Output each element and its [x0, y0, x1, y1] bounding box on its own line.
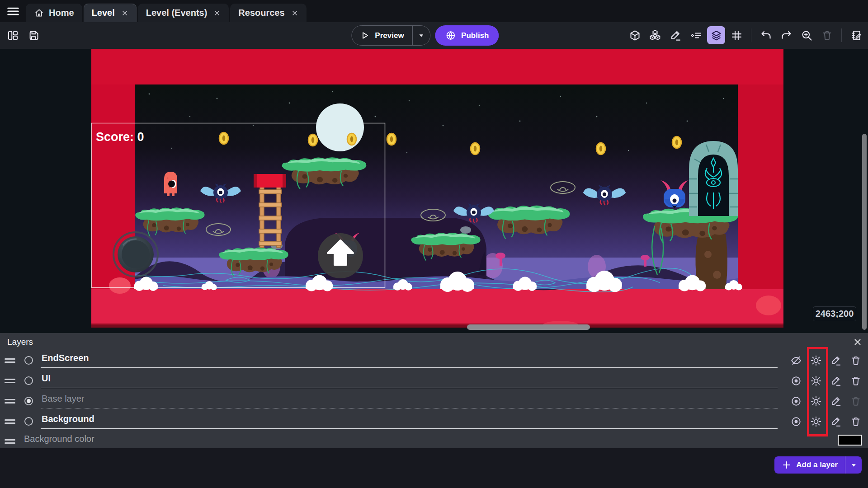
layers-panel: Layers EndScreen UI [0, 333, 868, 448]
panels-icon[interactable] [4, 26, 22, 44]
close-tab-icon[interactable] [291, 9, 298, 17]
globe-icon [445, 30, 456, 41]
tab-level-events[interactable]: Level (Events) [138, 4, 229, 22]
rock[interactable] [460, 226, 471, 234]
preview-options-caret[interactable] [413, 26, 430, 45]
lighting-sun-icon[interactable] [810, 355, 822, 366]
scene-canvas[interactable]: Score: 0 2463;200 [0, 49, 868, 333]
lighting-sun-icon[interactable] [810, 375, 822, 387]
publish-button[interactable]: Publish [435, 25, 499, 46]
tab-home-label: Home [49, 8, 74, 18]
visibility-on-icon[interactable] [790, 395, 802, 407]
main-menu-icon[interactable] [5, 5, 21, 18]
tab-bar: Home Level Level (Events) Resources [0, 0, 868, 22]
coin[interactable] [219, 132, 228, 144]
layers-icon[interactable] [707, 26, 725, 44]
scene-render[interactable]: Score: 0 [0, 49, 868, 333]
visibility-off-icon[interactable] [790, 355, 802, 366]
coin[interactable] [347, 133, 356, 145]
edit-pencil-icon[interactable] [830, 416, 842, 427]
zoom-in-icon[interactable] [797, 26, 816, 44]
layers-panel-title: Layers [7, 337, 33, 347]
edit-objects-icon[interactable] [666, 26, 684, 44]
undo-icon[interactable] [757, 26, 775, 44]
layer-name-field[interactable]: Base layer [41, 394, 778, 408]
layer-name-field[interactable]: Background [41, 414, 778, 429]
coin[interactable] [387, 133, 396, 145]
objects-icon[interactable] [646, 26, 664, 44]
coin[interactable] [471, 143, 480, 155]
tab-level[interactable]: Level [84, 4, 137, 22]
add-layer-label: Add a layer [796, 460, 838, 469]
3d-box-icon[interactable] [626, 26, 644, 44]
preview-label: Preview [375, 31, 404, 40]
grid-icon[interactable] [727, 26, 745, 44]
tab-resources[interactable]: Resources [230, 4, 306, 22]
layer-row-ui: UI [0, 371, 868, 391]
instances-list-icon[interactable] [687, 26, 705, 44]
coin[interactable] [672, 136, 681, 148]
tab-level-label: Level [92, 8, 115, 18]
divider [841, 28, 842, 42]
lighting-sun-icon[interactable] [810, 395, 822, 407]
background-color-swatch[interactable] [838, 435, 862, 446]
layer-radio[interactable] [24, 376, 33, 385]
close-tab-icon[interactable] [213, 9, 221, 17]
save-icon[interactable] [24, 26, 42, 44]
score-text[interactable]: Score: 0 [96, 130, 144, 144]
moon[interactable] [316, 103, 364, 151]
layer-row-background: Background [0, 411, 868, 432]
drag-handle-icon[interactable] [5, 357, 15, 365]
tab-resources-label: Resources [238, 8, 284, 18]
edit-pencil-icon[interactable] [830, 375, 842, 387]
visibility-on-icon[interactable] [790, 416, 802, 427]
coin[interactable] [596, 143, 605, 155]
tab-home[interactable]: Home [26, 4, 82, 22]
layer-radio-selected[interactable] [24, 397, 33, 405]
panel-footer: Add a layer [0, 448, 868, 488]
delete-trash-icon[interactable] [850, 375, 862, 387]
player-character[interactable] [164, 172, 177, 196]
edit-pencil-icon[interactable] [830, 395, 842, 407]
background-color-label[interactable]: Background color [23, 434, 835, 450]
cursor-coordinates-badge: 2463;200 [813, 306, 856, 321]
drag-handle-icon[interactable] [5, 377, 15, 385]
gdevelop-editor: Home Level Level (Events) Resources [0, 0, 868, 488]
jump-button[interactable] [318, 233, 363, 278]
layer-name-field[interactable]: UI [41, 373, 778, 388]
lighting-sun-icon[interactable] [810, 416, 822, 427]
add-layer-split-button: Add a layer [774, 456, 862, 474]
tab-level-events-label: Level (Events) [146, 8, 208, 18]
horizontal-scrollbar[interactable] [467, 324, 590, 330]
redo-icon[interactable] [777, 26, 795, 44]
preview-button[interactable]: Preview [352, 26, 412, 45]
layer-name-field[interactable]: EndScreen [41, 353, 778, 368]
divider [751, 28, 751, 42]
edit-pencil-icon[interactable] [830, 355, 842, 366]
delete-trash-icon[interactable] [850, 355, 862, 366]
add-layer-options-caret[interactable] [845, 456, 862, 474]
delete-trash-icon-disabled [850, 395, 862, 407]
play-icon [359, 30, 370, 41]
coin[interactable] [308, 134, 317, 146]
delete-trash-icon[interactable] [850, 416, 862, 427]
trash-icon[interactable] [818, 26, 836, 44]
drag-handle-icon[interactable] [5, 397, 15, 405]
close-tab-icon[interactable] [121, 9, 128, 17]
home-icon [34, 8, 44, 18]
joystick-control[interactable] [113, 232, 158, 277]
scene-properties-icon[interactable] [847, 26, 865, 44]
red-block[interactable] [254, 174, 286, 188]
close-panel-icon[interactable] [853, 337, 863, 347]
visibility-on-icon[interactable] [790, 375, 802, 387]
layer-row-base-layer: Base layer [0, 391, 868, 411]
vertical-scrollbar[interactable] [862, 134, 867, 330]
add-layer-button[interactable]: Add a layer [774, 456, 845, 474]
drag-handle-icon[interactable] [5, 418, 15, 426]
layer-row-endscreen: EndScreen [0, 350, 868, 371]
door[interactable] [689, 141, 738, 216]
preview-split-button: Preview [351, 25, 430, 46]
layer-radio[interactable] [24, 417, 33, 426]
plus-icon [782, 460, 792, 470]
layer-radio[interactable] [24, 356, 33, 365]
